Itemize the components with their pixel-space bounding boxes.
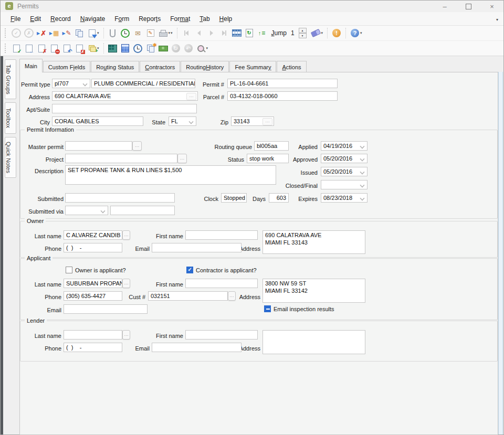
copy-record-button[interactable]: [73, 27, 86, 39]
contractor-is-applicant-checkbox[interactable]: [186, 267, 193, 273]
tab-contractors[interactable]: Contractors: [140, 61, 180, 72]
menu-overflow-icon[interactable]: ▾: [496, 17, 498, 22]
permit-number-field[interactable]: PL-16-04-6661: [227, 79, 338, 88]
sidebar-tab-quick-notes[interactable]: Quick Notes: [5, 137, 16, 178]
delete-doc-button[interactable]: ✗: [73, 42, 86, 55]
stop-doc-button[interactable]: [48, 42, 60, 55]
time-button[interactable]: [132, 42, 144, 55]
menu-navigate[interactable]: Navigate: [76, 13, 110, 25]
master-permit-lookup-button[interactable]: [132, 141, 142, 151]
owner-first-name-field[interactable]: [185, 230, 258, 240]
edit-record-button[interactable]: ▶✎: [60, 27, 73, 39]
issued-date-field[interactable]: 05/20/2016: [321, 167, 368, 176]
menu-edit[interactable]: Edit: [25, 13, 46, 25]
applicant-address-box[interactable]: 3800 NW 59 ST MIAMI FL 33142: [262, 279, 365, 303]
menu-file[interactable]: File: [6, 13, 25, 25]
submitted-field[interactable]: [65, 193, 175, 203]
approved-date-field[interactable]: 05/20/2016: [321, 154, 368, 163]
menu-form[interactable]: Form: [110, 13, 134, 25]
sidebar-tab-tab-groups[interactable]: Tab Groups: [5, 59, 16, 99]
search-button[interactable]: [195, 42, 207, 55]
lender-last-name-lookup-button[interactable]: [122, 330, 130, 339]
toolbar-overflow-icon[interactable]: ▾: [171, 30, 173, 35]
copy-permit-button[interactable]: ✱: [144, 42, 157, 55]
add-note-button[interactable]: +: [86, 42, 98, 55]
signature-button[interactable]: ✎: [144, 27, 157, 39]
applicant-email-field[interactable]: [64, 304, 148, 314]
close-button[interactable]: ×: [480, 1, 503, 12]
address-field[interactable]: 690 CALATRAVA AVE: [52, 91, 198, 101]
sort-button[interactable]: ↑≡: [256, 27, 268, 39]
state-dropdown[interactable]: FL: [169, 116, 196, 126]
filter-button[interactable]: [86, 27, 98, 39]
parcel-number-field[interactable]: 03-4132-018-0060: [227, 91, 338, 101]
grid-view-button[interactable]: [230, 27, 243, 39]
right-scroll-strip[interactable]: [498, 72, 503, 434]
toolbar-grip[interactable]: [5, 28, 7, 38]
toolbar-grip[interactable]: [5, 44, 7, 53]
applicant-last-name-lookup-button[interactable]: [122, 279, 130, 288]
spinner-up-icon[interactable]: ▲: [299, 28, 307, 33]
tab-fee-summary[interactable]: Fee Summary: [229, 61, 276, 72]
last-record-button[interactable]: [218, 27, 230, 39]
applied-date-field[interactable]: 04/19/2016: [321, 141, 368, 151]
expires-date-field[interactable]: 08/23/2018: [321, 193, 368, 203]
submitted-via-field[interactable]: [110, 206, 175, 215]
approve-doc-button[interactable]: ✓: [10, 42, 23, 55]
jump-value-field[interactable]: 1: [291, 29, 295, 37]
menu-reports[interactable]: Reports: [134, 13, 165, 25]
project-field[interactable]: [65, 154, 177, 163]
menu-help[interactable]: Help: [215, 13, 237, 25]
lender-address-box[interactable]: [262, 330, 365, 354]
apt-suite-field[interactable]: [52, 104, 197, 113]
inspection2-button[interactable]: ↶: [182, 42, 195, 55]
delete-record-button[interactable]: ▶✗: [35, 27, 48, 39]
insert-record-button[interactable]: ▶▦: [48, 27, 60, 39]
refresh-button[interactable]: ↻: [243, 27, 256, 39]
email-inspection-results-checkbox[interactable]: [264, 305, 271, 312]
owner-is-applicant-checkbox[interactable]: [66, 267, 72, 273]
tab-actions[interactable]: Actions: [277, 61, 306, 72]
zip-field[interactable]: 33143: [231, 116, 274, 126]
applicant-first-name-field[interactable]: [185, 279, 258, 288]
tab-custom-fields[interactable]: Custom Fields: [43, 61, 90, 72]
clock-field[interactable]: Stopped: [221, 193, 247, 203]
alerts-button[interactable]: !: [330, 27, 343, 39]
owner-address-box[interactable]: 690 CALATRAVA AVE MIAMI FL 33143: [262, 230, 365, 254]
applicant-phone-field[interactable]: (305) 635-4427: [64, 291, 122, 301]
map-button[interactable]: [107, 42, 119, 55]
ellipsis-button-icon[interactable]: [186, 93, 196, 100]
submitted-via-dropdown[interactable]: [65, 206, 108, 215]
master-permit-field[interactable]: [65, 141, 132, 151]
description-textarea[interactable]: SET PROPANE TANK & RUN LINES $1,500: [65, 165, 276, 185]
owner-last-name-field[interactable]: C ALVAREZ CANDIB DAVID: [64, 230, 122, 240]
applicant-cust-lookup-button[interactable]: [228, 291, 236, 301]
spinner-down-icon[interactable]: ▼: [299, 33, 307, 38]
commit-record-button[interactable]: ✓: [10, 27, 23, 39]
tab-main[interactable]: Main: [19, 59, 43, 72]
applicant-cust-number-field[interactable]: 032151: [148, 291, 228, 301]
closed-final-date-field[interactable]: [321, 180, 368, 189]
owner-phone-field[interactable]: ( ) -: [64, 243, 122, 252]
fees-button[interactable]: [157, 42, 170, 55]
undo-doc-button[interactable]: ↶: [60, 42, 73, 55]
lender-first-name-field[interactable]: [185, 330, 258, 339]
menu-tab[interactable]: Tab: [195, 13, 214, 25]
mail-button[interactable]: ✉: [132, 27, 144, 39]
project-lookup-button[interactable]: [177, 154, 187, 163]
reject-doc-button[interactable]: ✗: [35, 42, 48, 55]
minimize-button[interactable]: –: [433, 1, 456, 12]
menu-format[interactable]: Format: [165, 13, 195, 25]
print-button[interactable]: [157, 27, 170, 39]
city-field[interactable]: CORAL GABLES: [52, 116, 143, 126]
lender-last-name-field[interactable]: [64, 330, 122, 339]
prev-record-button[interactable]: [193, 27, 205, 39]
ellipsis-button-icon[interactable]: [262, 118, 272, 125]
owner-last-name-lookup-button[interactable]: [122, 230, 130, 240]
permit-type-desc-field[interactable]: PLUMB COMMERCIAL / RESIDENTIAL: [91, 79, 195, 88]
maximize-button[interactable]: [457, 1, 480, 12]
rollback-record-button[interactable]: ✗: [23, 27, 35, 39]
tab-routing-status[interactable]: Routing Status: [91, 61, 139, 72]
owner-email-field[interactable]: [152, 243, 242, 252]
sidebar-tab-toolbox[interactable]: Toolbox: [5, 102, 16, 134]
